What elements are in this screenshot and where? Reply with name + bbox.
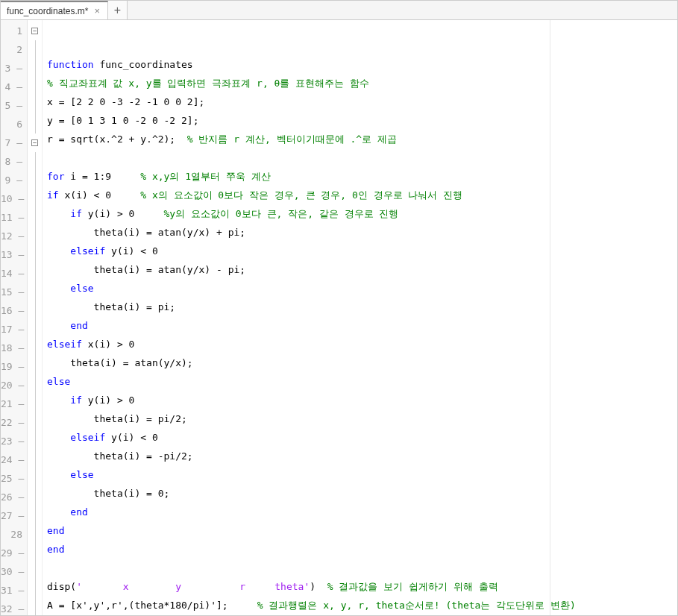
tab-label: func_coordinates.m*: [7, 6, 88, 16]
line-number: 25 –: [1, 469, 27, 488]
fold-cell: [28, 357, 42, 376]
tab-file[interactable]: func_coordinates.m* ×: [1, 1, 108, 19]
code-line[interactable]: theta(i) = pi;: [47, 298, 677, 316]
code-text: [47, 245, 70, 257]
code-line[interactable]: else: [47, 279, 677, 298]
line-number: 29 –: [1, 544, 27, 562]
editor: 123 –4 –5 –67 –8 –9 –10 –11 –12 –13 –14 …: [1, 20, 677, 615]
code-text: y(i) < 0: [105, 432, 157, 443]
code-text: theta(i) = atan(y/x);: [47, 357, 193, 368]
fold-cell: [28, 189, 42, 208]
keyword: if: [70, 395, 82, 406]
line-number: 17 –: [1, 320, 27, 339]
comment: %y의 요소값이 0보다 큰, 작은, 같은 경우로 진행: [164, 208, 399, 219]
code-line[interactable]: % 직교좌표계 값 x, y를 입력하면 극좌표계 r, θ를 표현해주는 함수: [47, 74, 677, 92]
fold-column: −−: [28, 20, 43, 615]
ruler: [550, 20, 550, 615]
code-text: r = sqrt(x.^2 + y.^2);: [47, 133, 187, 145]
code-line[interactable]: if x(i) < 0 % x의 요소값이 0보다 작은 경우, 큰 경우, 0…: [47, 186, 677, 204]
code-line[interactable]: y = [0 1 3 1 0 -2 0 -2 2];: [47, 111, 677, 130]
fold-cell: [28, 469, 42, 488]
line-number: 2: [1, 40, 27, 59]
fold-cell: [28, 40, 42, 59]
code-line[interactable]: elseif x(i) > 0: [47, 335, 677, 353]
line-number: 19 –: [1, 357, 27, 376]
fold-toggle-icon[interactable]: −: [31, 139, 38, 146]
line-number: 1: [1, 22, 27, 40]
code-text: y(i) < 0: [105, 245, 157, 257]
code-line[interactable]: theta(i) = -pi/2;: [47, 447, 677, 465]
fold-cell: [28, 506, 42, 525]
code-line[interactable]: end: [47, 316, 677, 335]
code-line[interactable]: else: [47, 372, 677, 391]
fold-cell: [28, 395, 42, 413]
code-line[interactable]: x = [2 2 0 -3 -2 -1 0 0 2];: [47, 92, 677, 111]
fold-cell: −: [28, 133, 42, 152]
code-line[interactable]: theta(i) = atan(y/x);: [47, 353, 677, 372]
add-tab-button[interactable]: +: [108, 1, 128, 19]
code-line[interactable]: end: [47, 521, 677, 540]
code-line[interactable]: elseif y(i) < 0: [47, 242, 677, 260]
fold-cell: [28, 245, 42, 264]
code-line[interactable]: theta(i) = atan(y/x) - pi;: [47, 260, 677, 279]
code-line[interactable]: if y(i) > 0 %y의 요소값이 0보다 큰, 작은, 같은 경우로 진…: [47, 204, 677, 223]
code-line[interactable]: elseif y(i) < 0: [47, 428, 677, 447]
code-text: theta(i) = atan(y/x) - pi;: [47, 264, 245, 275]
line-number: 10 –: [1, 189, 27, 208]
code-line[interactable]: for i = 1:9 % x,y의 1열부터 쭈욱 계산: [47, 167, 677, 186]
fold-toggle-icon[interactable]: −: [31, 28, 38, 34]
comment: % 결과행렬은 x, y, r, theta순서로! (theta는 각도단위로…: [257, 600, 576, 611]
line-number: 18 –: [1, 339, 27, 357]
code-text: [47, 506, 70, 518]
code-area[interactable]: function func_coordinates% 직교좌표계 값 x, y를…: [43, 20, 677, 615]
code-line[interactable]: else: [47, 465, 677, 484]
code-line[interactable]: end: [47, 503, 677, 521]
line-number: 24 –: [1, 450, 27, 469]
comment: % 결과값을 보기 쉽게하기 위해 출력: [327, 581, 498, 592]
code-text: [47, 208, 70, 219]
fold-cell: [28, 376, 42, 395]
code-line[interactable]: A = [x',y',r',(theta*180/pi)']; % 결과행렬은 …: [47, 596, 677, 615]
keyword: elseif: [70, 245, 105, 257]
code-line[interactable]: disp(' x y r theta') % 결과값을 보기 쉽게하기 위해 출…: [47, 577, 677, 596]
keyword: end: [70, 506, 87, 518]
code-line[interactable]: disp(A): [47, 615, 677, 615]
fold-cell: [28, 413, 42, 432]
comment: % 직교좌표계 값 x, y를 입력하면 극좌표계 r, θ를 표현해주는 함수: [47, 78, 369, 89]
code-line[interactable]: [47, 559, 677, 577]
line-number: 31 –: [1, 581, 27, 600]
line-number: 16 –: [1, 301, 27, 320]
fold-cell: [28, 227, 42, 245]
code-text: A = [x',y',r',(theta*180/pi)'];: [47, 600, 257, 611]
fold-cell: [28, 208, 42, 227]
line-number: 7 –: [1, 133, 27, 152]
comment: % x의 요소값이 0보다 작은 경우, 큰 경우, 0인 경우로 나눠서 진행: [140, 189, 462, 201]
fold-cell: [28, 59, 42, 78]
code-line[interactable]: [47, 148, 677, 167]
line-number: 5 –: [1, 96, 27, 115]
fold-cell: [28, 283, 42, 301]
code-line[interactable]: theta(i) = pi/2;: [47, 409, 677, 428]
code-text: y(i) > 0: [82, 208, 164, 219]
line-number: 11 –: [1, 208, 27, 227]
line-number: 23 –: [1, 432, 27, 450]
code-line[interactable]: r = sqrt(x.^2 + y.^2); % 반지름 r 계산, 벡터이기때…: [47, 130, 677, 148]
line-number: 27 –: [1, 506, 27, 525]
code-text: theta(i) = atan(y/x) + pi;: [47, 227, 245, 238]
keyword: for: [47, 171, 64, 182]
code-text: theta(i) = pi;: [47, 301, 175, 312]
line-number-gutter: 123 –4 –5 –67 –8 –9 –10 –11 –12 –13 –14 …: [1, 20, 28, 615]
fold-cell: [28, 96, 42, 115]
code-text: theta(i) = 0;: [47, 488, 169, 499]
code-line[interactable]: if y(i) > 0: [47, 391, 677, 409]
string: ' x y r theta': [76, 581, 310, 592]
line-number: 12 –: [1, 227, 27, 245]
code-line[interactable]: theta(i) = atan(y/x) + pi;: [47, 223, 677, 242]
code-text: [47, 320, 70, 331]
keyword: else: [47, 376, 70, 387]
close-icon[interactable]: ×: [92, 5, 101, 16]
code-line[interactable]: end: [47, 540, 677, 559]
code-line[interactable]: theta(i) = 0;: [47, 484, 677, 503]
code-line[interactable]: function func_coordinates: [47, 55, 677, 74]
fold-cell: [28, 264, 42, 283]
